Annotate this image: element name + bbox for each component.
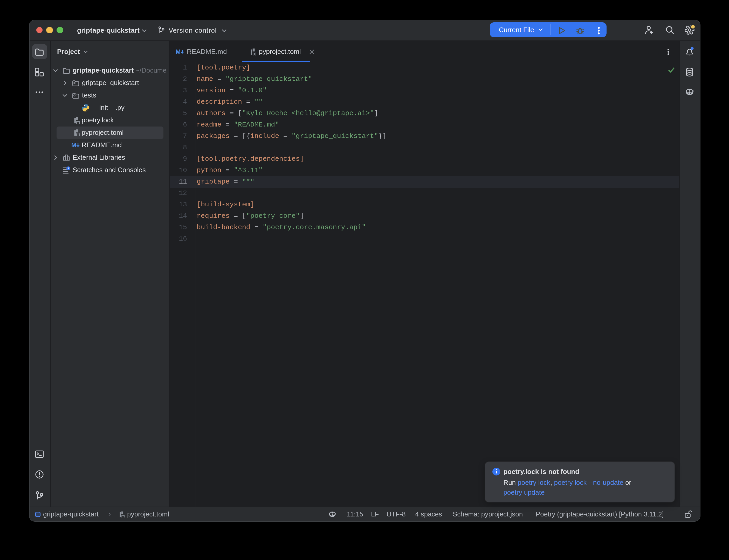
svg-text:M: M	[176, 48, 180, 55]
svg-text:M: M	[72, 142, 76, 149]
